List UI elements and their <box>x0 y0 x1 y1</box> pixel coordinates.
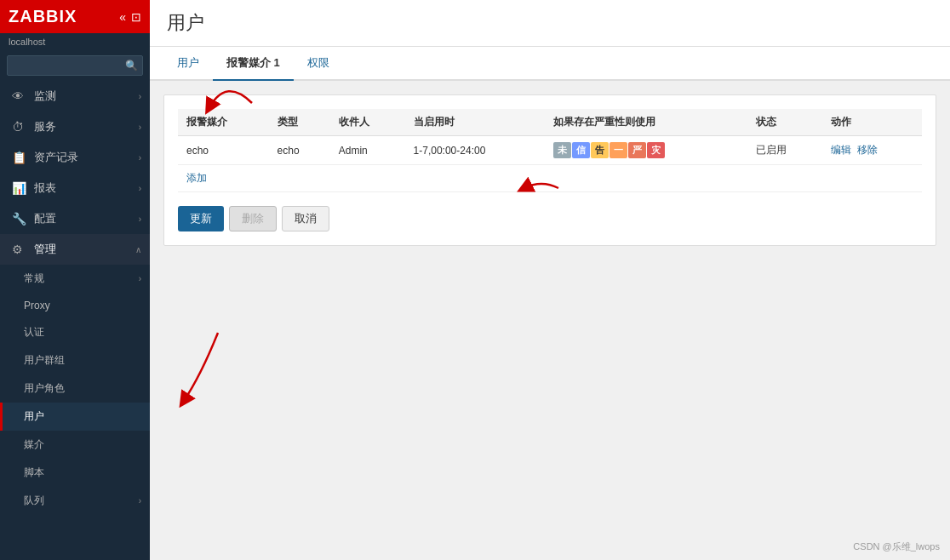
search-input[interactable] <box>7 55 143 76</box>
col-severity: 如果存在严重性则使用 <box>545 109 747 136</box>
chevron-right-icon: › <box>139 92 141 101</box>
tab-bar: 用户 报警媒介 1 权限 <box>150 47 950 81</box>
chevron-right-icon: › <box>139 214 141 224</box>
assets-icon: 📋 <box>12 151 27 164</box>
sidebar-item-manage[interactable]: ⚙ 管理 ∧ <box>0 234 150 265</box>
collapse-icon[interactable]: « <box>119 10 126 24</box>
col-type: 类型 <box>269 109 330 136</box>
content-panel: 报警媒介 类型 收件人 当启用时 如果存在严重性则使用 状态 动作 echo e <box>163 94 936 246</box>
edit-link[interactable]: 编辑 <box>831 144 851 156</box>
sidebar-item-monitor[interactable]: 👁 监测 › <box>0 81 150 111</box>
cell-when: 1-7,00:00-24:00 <box>405 136 545 165</box>
severity-nc: 未 <box>553 142 571 158</box>
sidebar-item-general[interactable]: 常规 › <box>0 265 150 293</box>
manage-icon: ⚙ <box>12 243 27 256</box>
sidebar-item-label: 资产记录 <box>34 150 132 165</box>
chevron-right-icon: › <box>139 274 141 283</box>
nav-section-main: 👁 监测 › ⏱ 服务 › 📋 资产记录 › 📊 报表 › 🔧 配置 › ⚙ 管… <box>0 81 150 515</box>
sidebar-item-service[interactable]: ⏱ 服务 › <box>0 111 150 142</box>
sidebar-item-config[interactable]: 🔧 配置 › <box>0 203 150 234</box>
sidebar-item-label: 服务 <box>34 119 132 134</box>
sidebar-item-label: 管理 <box>34 242 129 257</box>
table-row: echo echo Admin 1-7,00:00-24:00 未信告一严灾 已… <box>178 136 922 165</box>
proxy-label: Proxy <box>24 300 50 311</box>
chevron-right-icon: › <box>139 184 141 193</box>
sidebar-item-label: 报表 <box>34 180 132 196</box>
sidebar-item-usergroups[interactable]: 用户群组 <box>0 346 150 374</box>
content-area: 用户 报警媒介 1 权限 报警媒介 类型 收件人 当启用时 如果存在严重性则使用… <box>150 47 950 560</box>
watermark: CSDN @乐维_lwops <box>853 540 940 553</box>
media-table: 报警媒介 类型 收件人 当启用时 如果存在严重性则使用 状态 动作 echo e <box>178 109 922 192</box>
severity-warn: 告 <box>591 142 609 158</box>
sidebar-item-auth[interactable]: 认证 <box>0 318 150 346</box>
cell-type: echo <box>269 136 330 165</box>
sidebar-item-label: 监测 <box>34 89 132 104</box>
chevron-right-icon: › <box>139 153 141 163</box>
content-wrapper: 报警媒介 类型 收件人 当启用时 如果存在严重性则使用 状态 动作 echo e <box>150 94 950 246</box>
add-media-link[interactable]: 添加 <box>186 172 207 184</box>
tab-media[interactable]: 报警媒介 1 <box>213 47 294 81</box>
sidebar-item-queue[interactable]: 队列 › <box>0 487 150 515</box>
cell-recipient: Admin <box>330 136 405 165</box>
action-bar: 更新 删除 取消 <box>178 206 922 231</box>
sidebar: ZABBIX « ⊡ localhost 🔍 👁 监测 › ⏱ 服务 › 📋 资… <box>0 0 150 560</box>
sidebar-item-assets[interactable]: 📋 资产记录 › <box>0 142 150 173</box>
remove-link[interactable]: 移除 <box>857 144 878 156</box>
page-header: 用户 <box>150 0 950 47</box>
page-title: 用户 <box>167 10 933 36</box>
severity-info: 信 <box>572 142 590 158</box>
cell-severity: 未信告一严灾 <box>545 136 747 165</box>
sidebar-item-proxy[interactable]: Proxy <box>0 293 150 318</box>
search-icon: 🔍 <box>125 60 138 71</box>
severity-dis: 灾 <box>647 142 665 158</box>
cell-status: 已启用 <box>747 136 822 165</box>
col-actions: 动作 <box>822 109 922 136</box>
auth-label: 认证 <box>24 325 44 340</box>
tab-permissions[interactable]: 权限 <box>294 47 343 81</box>
users-label: 用户 <box>24 409 44 424</box>
sidebar-header: ZABBIX « ⊡ <box>0 0 150 33</box>
monitor-icon: 👁 <box>12 89 27 103</box>
cancel-button[interactable]: 取消 <box>282 206 329 231</box>
sidebar-item-media[interactable]: 媒介 <box>0 431 150 459</box>
severity-avg: 一 <box>609 142 627 158</box>
userroles-label: 用户角色 <box>24 381 65 396</box>
severity-high: 严 <box>628 142 646 158</box>
chevron-right-icon: › <box>139 123 141 132</box>
col-when: 当启用时 <box>405 109 545 136</box>
main-content: 用户 用户 报警媒介 1 权限 报警媒介 类型 收件人 当启用时 如果存在严重性… <box>150 0 950 560</box>
sidebar-item-reports[interactable]: 📊 报表 › <box>0 173 150 203</box>
chevron-right-icon: › <box>139 496 141 506</box>
queue-label: 队列 <box>24 494 44 508</box>
col-media: 报警媒介 <box>178 109 269 136</box>
cell-actions: 编辑 移除 <box>822 136 922 165</box>
zabbix-logo: ZABBIX <box>9 7 77 26</box>
fullscreen-icon[interactable]: ⊡ <box>131 10 141 24</box>
col-recipient: 收件人 <box>330 109 405 136</box>
sidebar-item-label: 配置 <box>34 211 132 226</box>
config-icon: 🔧 <box>12 212 27 226</box>
sidebar-hostname: localhost <box>0 33 150 50</box>
media-label: 媒介 <box>24 437 44 452</box>
sidebar-header-icons: « ⊡ <box>119 10 141 24</box>
sidebar-item-userroles[interactable]: 用户角色 <box>0 374 150 403</box>
sidebar-search-container: 🔍 <box>0 50 150 81</box>
add-cell: 添加 <box>178 165 922 192</box>
delete-button[interactable]: 删除 <box>229 206 277 231</box>
tab-user[interactable]: 用户 <box>163 47 213 81</box>
service-icon: ⏱ <box>12 120 27 134</box>
reports-icon: 📊 <box>12 181 27 195</box>
general-label: 常规 <box>24 271 44 286</box>
cell-media: echo <box>178 136 269 165</box>
scripts-label: 脚本 <box>24 466 44 480</box>
chevron-down-icon: ∧ <box>135 245 141 254</box>
add-row: 添加 <box>178 165 922 192</box>
sidebar-item-scripts[interactable]: 脚本 <box>0 459 150 487</box>
usergroups-label: 用户群组 <box>24 353 65 368</box>
col-status: 状态 <box>747 109 822 136</box>
update-button[interactable]: 更新 <box>178 206 224 231</box>
sidebar-item-users[interactable]: 用户 <box>0 403 150 431</box>
